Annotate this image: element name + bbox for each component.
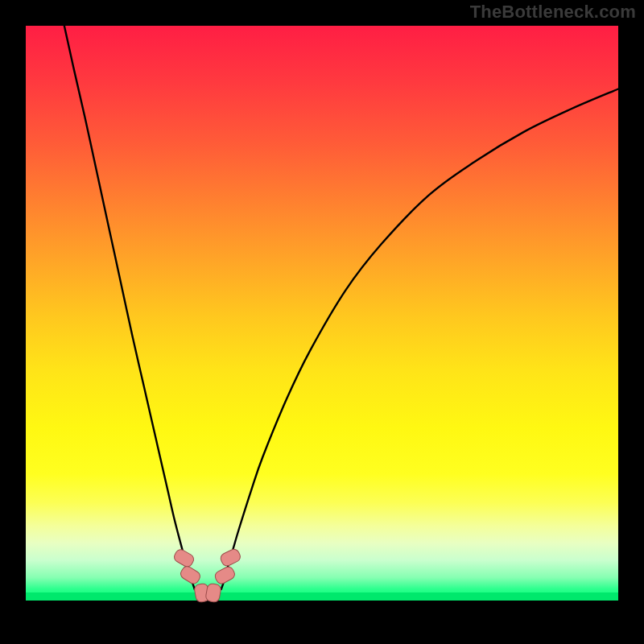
watermark-text: TheBottleneck.com — [470, 2, 636, 23]
plot-area — [26, 26, 618, 601]
chart-frame: TheBottleneck.com — [0, 0, 644, 644]
data-marker — [204, 583, 222, 604]
gradient-background — [26, 26, 618, 601]
green-baseline-band — [26, 592, 618, 601]
